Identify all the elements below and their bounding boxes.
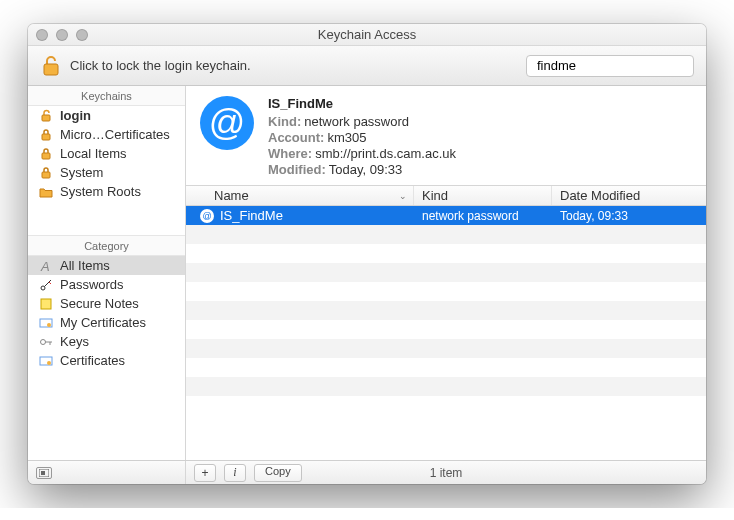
svg-point-8 — [41, 286, 45, 290]
sidebar-item-label: Certificates — [60, 353, 125, 368]
row-kind: network password — [414, 209, 552, 223]
item-detail: @ IS_FindMe Kind: network password Accou… — [186, 86, 706, 186]
svg-text:A: A — [40, 259, 50, 273]
where-label: Where: — [268, 146, 312, 161]
table-row — [186, 320, 706, 339]
svg-point-13 — [47, 323, 51, 327]
column-name[interactable]: Name⌄ — [186, 186, 414, 205]
table-header: Name⌄ Kind Date Modified — [186, 186, 706, 206]
secure-notes-icon — [38, 296, 54, 312]
table-row — [186, 301, 706, 320]
at-sign-icon: @ — [200, 209, 214, 223]
keychains-list: login Micro…Certificates Local Items Sys… — [28, 106, 185, 201]
sidebar-item-label: System Roots — [60, 184, 141, 199]
minimize-window-button[interactable] — [56, 29, 68, 41]
category-header: Category — [28, 235, 185, 256]
category-list: A All Items Passwords Secure Notes My Ce… — [28, 256, 185, 370]
titlebar[interactable]: Keychain Access — [28, 24, 706, 46]
sidebar-item-label: login — [60, 108, 91, 123]
my-certificates-icon — [38, 315, 54, 331]
column-date[interactable]: Date Modified — [552, 186, 706, 205]
passwords-icon — [38, 277, 54, 293]
row-name: IS_FindMe — [220, 208, 283, 223]
sidebar-item-system[interactable]: System — [28, 163, 185, 182]
sidebar-item-label: System — [60, 165, 103, 180]
table-row[interactable]: @IS_FindMe network password Today, 09:33 — [186, 206, 706, 225]
toggle-preview-icon[interactable] — [36, 467, 52, 479]
at-sign-icon: @ — [200, 96, 254, 150]
modified-label: Modified: — [268, 162, 326, 177]
locked-padlock-icon — [38, 165, 54, 181]
close-window-button[interactable] — [36, 29, 48, 41]
detail-title: IS_FindMe — [268, 96, 456, 111]
account-value: km305 — [327, 130, 366, 145]
category-all-items[interactable]: A All Items — [28, 256, 185, 275]
table-row — [186, 244, 706, 263]
category-keys[interactable]: Keys — [28, 332, 185, 351]
svg-rect-11 — [41, 299, 51, 309]
account-label: Account: — [268, 130, 324, 145]
sidebar-item-label: Passwords — [60, 277, 124, 292]
zoom-window-button[interactable] — [76, 29, 88, 41]
window-title: Keychain Access — [36, 27, 698, 42]
keys-icon — [38, 334, 54, 350]
where-value: smb://print.ds.cam.ac.uk — [315, 146, 456, 161]
sort-indicator-icon: ⌄ — [399, 191, 407, 201]
sidebar-item-label: Local Items — [60, 146, 126, 161]
category-certificates[interactable]: Certificates — [28, 351, 185, 370]
main-pane: @ IS_FindMe Kind: network password Accou… — [186, 86, 706, 460]
svg-rect-0 — [44, 64, 58, 75]
table-row — [186, 377, 706, 396]
locked-padlock-icon — [38, 127, 54, 143]
unlocked-padlock-icon — [38, 108, 54, 124]
svg-rect-5 — [42, 153, 50, 159]
svg-point-14 — [41, 339, 46, 344]
svg-point-18 — [47, 361, 51, 365]
row-date: Today, 09:33 — [552, 209, 706, 223]
sidebar-item-label: Micro…Certificates — [60, 127, 170, 142]
sidebar: Keychains login Micro…Certificates Local… — [28, 86, 186, 460]
sidebar-item-microsoft-certs[interactable]: Micro…Certificates — [28, 125, 185, 144]
search-field[interactable]: ✕ — [526, 55, 694, 77]
locked-padlock-icon — [38, 146, 54, 162]
item-count: 1 item — [430, 466, 463, 480]
category-passwords[interactable]: Passwords — [28, 275, 185, 294]
category-secure-notes[interactable]: Secure Notes — [28, 294, 185, 313]
sidebar-item-label: Keys — [60, 334, 89, 349]
footer: + i Copy 1 item — [28, 460, 706, 484]
svg-rect-3 — [42, 115, 50, 121]
sidebar-item-label: All Items — [60, 258, 110, 273]
certificates-icon — [38, 353, 54, 369]
svg-rect-20 — [41, 471, 45, 475]
keychains-header: Keychains — [28, 86, 185, 106]
table-row — [186, 282, 706, 301]
info-button[interactable]: i — [224, 464, 246, 482]
column-kind[interactable]: Kind — [414, 186, 552, 205]
table-body[interactable]: @IS_FindMe network password Today, 09:33 — [186, 206, 706, 460]
modified-value: Today, 09:33 — [329, 162, 402, 177]
kind-label: Kind: — [268, 114, 301, 129]
table-row — [186, 225, 706, 244]
table-row — [186, 358, 706, 377]
sidebar-item-system-roots[interactable]: System Roots — [28, 182, 185, 201]
kind-value: network password — [304, 114, 409, 129]
lock-keychain-message: Click to lock the login keychain. — [70, 58, 251, 73]
lock-keychain-icon[interactable] — [40, 54, 62, 78]
copy-button[interactable]: Copy — [254, 464, 302, 482]
table-row — [186, 396, 706, 415]
toolbar: Click to lock the login keychain. ✕ — [28, 46, 706, 86]
category-my-certificates[interactable]: My Certificates — [28, 313, 185, 332]
sidebar-item-label: My Certificates — [60, 315, 146, 330]
sidebar-item-local-items[interactable]: Local Items — [28, 144, 185, 163]
table-row — [186, 263, 706, 282]
traffic-lights — [36, 29, 88, 41]
folder-icon — [38, 184, 54, 200]
all-items-icon: A — [38, 258, 54, 274]
sidebar-item-label: Secure Notes — [60, 296, 139, 311]
svg-line-10 — [49, 282, 51, 284]
search-input[interactable] — [537, 58, 705, 73]
svg-rect-6 — [42, 172, 50, 178]
add-item-button[interactable]: + — [194, 464, 216, 482]
keychain-access-window: Keychain Access Click to lock the login … — [28, 24, 706, 484]
sidebar-item-login[interactable]: login — [28, 106, 185, 125]
